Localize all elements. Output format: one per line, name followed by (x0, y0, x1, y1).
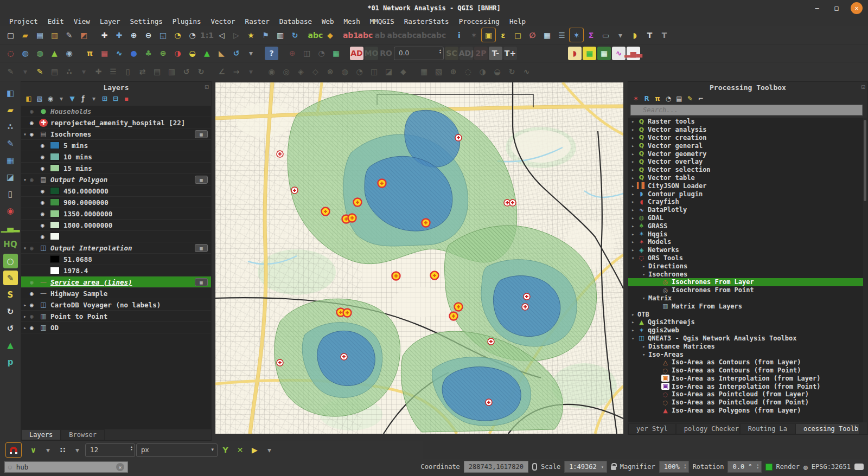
panel-tab[interactable]: Browser (61, 429, 105, 440)
python-scripts-icon[interactable]: π (652, 93, 663, 104)
processing-models-icon[interactable]: ✶ (630, 93, 641, 104)
toolbox-item[interactable]: ▸ ◈ Networks (628, 246, 864, 254)
layer-row[interactable]: ◉ 1800.0000000 ▦ (21, 220, 211, 231)
toolbox-item[interactable]: ◌ Iso-Area as Pointcloud (from Point) (628, 398, 864, 407)
toolbar-icon[interactable] (305, 30, 305, 41)
toolbar-icon[interactable] (94, 30, 94, 41)
slyr-icon[interactable]: ◗ (568, 47, 582, 60)
toolbar-icon[interactable] (518, 47, 567, 60)
zoom-to-selection-icon[interactable]: ◔ (171, 28, 184, 42)
toolbox-item[interactable]: ▸ ◍ GDAL (628, 214, 864, 222)
new-virtual-layer-icon[interactable]: ▦ (3, 153, 18, 168)
expand-arrow-icon[interactable]: ▾ (642, 352, 648, 357)
plot-curves-icon[interactable]: ∿ (612, 47, 626, 60)
web-search-service-icon[interactable]: ◍ (33, 47, 47, 60)
expand-arrow-icon[interactable]: ▾ (23, 245, 30, 251)
expand-arrow-icon[interactable]: ▾ (642, 272, 648, 277)
hqgis-icon[interactable]: HQ (3, 237, 18, 252)
expand-arrow-icon[interactable]: ▸ (642, 263, 648, 269)
toolbox-item[interactable]: ▸ Q Vector table (628, 174, 864, 182)
layer-row[interactable]: ◉ — Highway Sample ▦ (21, 288, 211, 299)
offset-tool-icon[interactable]: ⊕ (446, 65, 460, 79)
expand-arrow-icon[interactable]: ▸ (642, 344, 648, 349)
history-icon[interactable]: ◔ (663, 93, 674, 104)
expand-arrow-icon[interactable]: ▸ (631, 119, 637, 124)
layer-row[interactable]: ▾ ◉ ▤ Output Polygon ▦ (21, 174, 211, 185)
menu-item[interactable]: MMQGIS (365, 17, 399, 25)
messages-icon[interactable] (854, 464, 864, 470)
layer-row[interactable]: ◉ — Service area (lines) ▦ (21, 276, 211, 288)
cad-tools-icon[interactable]: ∠ (215, 65, 228, 79)
maximize-button[interactable]: □ (831, 3, 842, 14)
style-manager-icon[interactable]: ◩ (77, 28, 91, 42)
snapping-mode-icon[interactable]: ∨ (27, 443, 40, 457)
visibility-eye-icon[interactable]: ◉ (30, 131, 39, 138)
crs-value[interactable]: EPSG:32651 (812, 463, 851, 471)
menu-item[interactable]: Project (4, 17, 43, 25)
vertex-tool-icon[interactable]: ✚ (92, 65, 105, 79)
toolbox-item[interactable]: ▸ Q Vector selection (628, 166, 864, 174)
rotate-label-icon[interactable]: abc (388, 28, 401, 42)
highlight-pinned-labels-icon[interactable]: abc (359, 28, 372, 42)
snapping-toggle-button[interactable] (5, 442, 22, 458)
minimize-button[interactable]: — (812, 3, 822, 14)
help-icon[interactable]: ? (265, 47, 278, 60)
expand-arrow-icon[interactable]: ▸ (631, 191, 637, 197)
layer-color-swatch[interactable] (50, 187, 60, 195)
layer-color-swatch[interactable] (50, 221, 60, 229)
mouse-position-icon[interactable] (532, 463, 537, 471)
curved-label-icon[interactable]: abc (417, 28, 431, 42)
statistics-summary-icon[interactable]: Σ (584, 28, 598, 42)
locator-input[interactable] (16, 463, 116, 471)
toolbar-icon[interactable] (340, 30, 341, 41)
panel-tab[interactable]: ocessing Toolb (795, 423, 859, 434)
undo-caret-icon[interactable]: ▾ (244, 47, 258, 60)
layer-row[interactable]: ▸ ◉ ▥ Point to Point ▦ (21, 311, 211, 322)
filter-legend-icon[interactable]: ▼ (67, 93, 78, 104)
measure-caret-icon[interactable]: ▾ (614, 28, 627, 42)
expand-arrow-icon[interactable]: ▸ (631, 151, 637, 157)
expand-arrow-icon[interactable]: ▸ (631, 199, 637, 204)
move-label-icon[interactable]: ab (373, 28, 387, 42)
visibility-eye-icon[interactable]: ◉ (41, 153, 50, 160)
panel-tab[interactable]: pology Checker Pa (676, 423, 740, 434)
toolbox-item[interactable]: ▾ Isochrones (628, 270, 864, 278)
simplify-tool-icon[interactable]: ∿ (520, 65, 533, 79)
network-tool-icon[interactable]: ◪ (382, 65, 395, 79)
expand-arrow-icon[interactable]: ▾ (631, 255, 637, 261)
toolbox-item[interactable]: ▸ ✶ Hqgis (628, 230, 864, 238)
units-combo[interactable]: px (136, 443, 218, 457)
grid-tool-icon[interactable]: ▦ (417, 65, 431, 79)
scale-combobox[interactable]: 1:49362 (564, 461, 607, 473)
attribute-table-icon[interactable]: ▦ (540, 28, 554, 42)
reload-icon[interactable]: ↻ (3, 304, 18, 319)
ors-tools-icon[interactable]: ◌ (4, 47, 17, 60)
toolbox-item[interactable]: ▸ ◖ Crayfish (628, 198, 864, 206)
menu-item[interactable]: Help (505, 17, 531, 25)
menu-item[interactable]: Vector (206, 17, 240, 25)
t-minus-button[interactable]: T- (489, 47, 502, 60)
current-edits-caret-icon[interactable]: ▾ (18, 65, 32, 79)
toolbox-item[interactable]: ▸ ♠ GRASS (628, 222, 864, 230)
menu-item[interactable]: Raster (240, 17, 275, 25)
snapping-dots-icon[interactable]: ∷ (56, 443, 69, 457)
change-label-icon[interactable]: abc (403, 28, 416, 42)
float-panel-icon[interactable]: ◱ (861, 83, 865, 89)
locator-search[interactable]: ○ ✕ (4, 461, 128, 473)
advanced-caret-icon[interactable]: ▾ (244, 65, 258, 79)
expand-arrow-icon[interactable]: ▸ (23, 313, 30, 319)
magnifier-spinner[interactable]: 100% (659, 461, 689, 473)
map-themes-icon[interactable]: ◉ (45, 93, 56, 104)
layer-reload-icon[interactable]: ▦ (329, 47, 343, 60)
gps-tracker-icon[interactable]: ◫ (300, 47, 314, 60)
edit-features-inplace-icon[interactable]: ✎ (685, 93, 695, 104)
visibility-eye-icon[interactable]: ◉ (41, 222, 50, 229)
pan-map-icon[interactable]: ✚ (98, 28, 111, 42)
clear-search-icon[interactable]: ✕ (116, 463, 124, 471)
zoom-last-icon[interactable]: ◁ (215, 28, 228, 42)
crosshair-icon[interactable]: ⊕ (285, 47, 299, 60)
undo-icon[interactable]: ↺ (180, 65, 193, 79)
toolbox-item[interactable]: ▥ Matrix From Layers (628, 302, 864, 310)
toolbox-item[interactable]: ▸ Directions (628, 262, 864, 270)
visibility-eye-icon[interactable]: ◉ (41, 142, 50, 149)
